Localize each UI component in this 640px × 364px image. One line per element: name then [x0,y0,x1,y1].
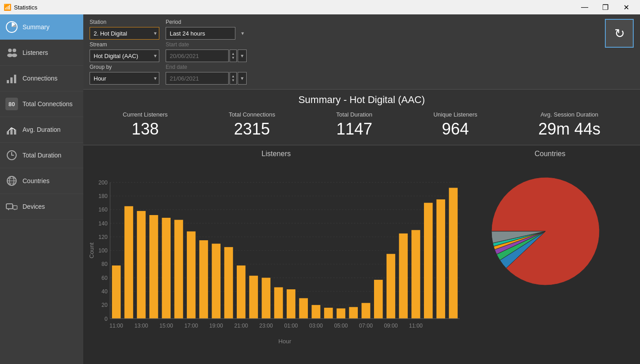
svg-rect-69 [437,199,445,319]
svg-rect-58 [299,298,308,319]
svg-rect-55 [261,278,270,319]
svg-rect-56 [274,287,283,319]
metric-avg-session: Avg. Session Duration 29m 44s [538,111,600,139]
svg-rect-61 [337,308,345,319]
svg-rect-67 [411,230,420,319]
sidebar-label-avg-duration: Avg. Duration [23,126,61,133]
minimize-button[interactable]: — [574,0,595,14]
station-select[interactable]: 2. Hot Digital [90,27,159,40]
app-title: Statistics [14,4,37,11]
charts-area: Listeners 02040608010012014016018020011:… [83,145,640,364]
svg-text:180: 180 [99,193,108,199]
station-group: Station 2. Hot Digital Stream Hot Digita… [90,19,159,85]
svg-text:140: 140 [99,220,108,227]
svg-text:80: 80 [102,261,108,267]
svg-text:13:00: 13:00 [135,323,149,329]
total-connections-badge: 80 [5,98,18,110]
svg-text:11:00: 11:00 [109,323,123,329]
sidebar-label-summary: Summary [23,23,50,31]
svg-text:120: 120 [99,234,108,240]
stats-header: Summary - Hot Digital (AAC) Current List… [83,90,640,145]
svg-rect-49 [187,231,195,319]
metric-total-connections: Total Connections 2315 [229,111,275,139]
svg-rect-50 [199,240,208,319]
metric-label-0: Current Listeners [123,111,168,118]
metric-label-1: Total Connections [229,111,275,118]
sidebar-item-total-duration[interactable]: Total Duration [0,143,83,168]
svg-text:0: 0 [104,316,108,322]
svg-rect-18 [13,206,17,209]
end-date-input[interactable] [166,72,229,85]
svg-rect-10 [14,130,16,135]
svg-rect-5 [7,80,9,83]
svg-rect-68 [424,203,433,319]
metric-unique-listeners: Unique Listeners 964 [433,111,478,139]
sidebar-item-summary[interactable]: Summary [0,14,83,40]
sidebar-item-connections[interactable]: Connections [0,66,83,91]
svg-rect-47 [162,218,171,319]
station-label: Station [90,19,159,25]
sidebar: Summary Listeners [0,14,83,364]
svg-text:07:00: 07:00 [359,323,373,329]
svg-text:05:00: 05:00 [334,323,348,329]
svg-rect-60 [324,308,333,319]
station-select-wrapper: 2. Hot Digital [90,27,159,40]
sidebar-item-total-connections[interactable]: 80 Total Connections [0,91,83,117]
countries-pie-chart [473,162,626,297]
app-icon: 📶 [4,4,11,11]
svg-point-1 [8,49,12,52]
stream-select[interactable]: Hot Digital (AAC) [90,49,159,62]
svg-rect-70 [449,188,457,319]
stream-label: Stream [90,41,159,48]
stream-select-wrapper: Hot Digital (AAC) [90,49,159,62]
svg-text:200: 200 [99,180,108,186]
sidebar-label-total-connections: Total Connections [23,100,72,108]
controls-panel: Station 2. Hot Digital Stream Hot Digita… [83,14,640,90]
sidebar-item-countries[interactable]: Countries [0,168,83,194]
listeners-chart-container: Listeners 02040608010012014016018020011:… [88,150,464,362]
svg-rect-6 [10,77,13,83]
titlebar: 📶 Statistics — ❐ ✕ [0,0,640,14]
total-duration-icon [5,149,18,162]
refresh-button[interactable]: ↻ [605,19,634,48]
svg-text:Count: Count [88,243,95,259]
sidebar-item-avg-duration[interactable]: Avg. Duration [0,117,83,143]
period-select[interactable]: Last 24 hours [166,27,235,40]
svg-rect-43 [112,265,121,319]
countries-chart-title: Countries [535,150,565,158]
period-label: Period [166,19,247,25]
metric-value-2: 1147 [336,120,372,139]
group-by-select[interactable]: Hour [90,72,159,85]
svg-rect-59 [311,305,320,319]
svg-text:20: 20 [102,302,108,308]
summary-icon [5,21,18,33]
svg-point-4 [12,54,17,57]
svg-text:100: 100 [99,247,108,254]
svg-rect-63 [361,303,370,319]
start-date-input[interactable] [166,49,229,62]
sidebar-label-countries: Countries [23,177,50,184]
window-controls: — ❐ ✕ [574,0,636,14]
maximize-button[interactable]: ❐ [595,0,616,14]
svg-rect-54 [249,276,258,319]
app-body: Summary Listeners [0,14,640,364]
close-button[interactable]: ✕ [616,0,636,14]
end-date-label: End date [166,64,247,70]
countries-icon [5,175,18,187]
svg-rect-7 [14,75,16,83]
metric-value-0: 138 [132,120,159,139]
svg-text:03:00: 03:00 [309,323,323,329]
sidebar-item-devices[interactable]: Devices [0,194,83,220]
metric-label-2: Total Duration [336,111,372,118]
svg-rect-45 [137,211,145,319]
svg-rect-65 [387,254,395,319]
svg-text:160: 160 [99,207,108,213]
svg-text:11:00: 11:00 [409,323,423,329]
svg-text:23:00: 23:00 [259,323,273,329]
metric-label-3: Unique Listeners [433,111,478,118]
sidebar-item-listeners[interactable]: Listeners [0,40,83,66]
svg-text:Hour: Hour [278,338,291,345]
listeners-icon [5,46,18,59]
devices-icon [5,200,18,213]
stats-title: Summary - Hot Digital (AAC) [92,94,631,106]
